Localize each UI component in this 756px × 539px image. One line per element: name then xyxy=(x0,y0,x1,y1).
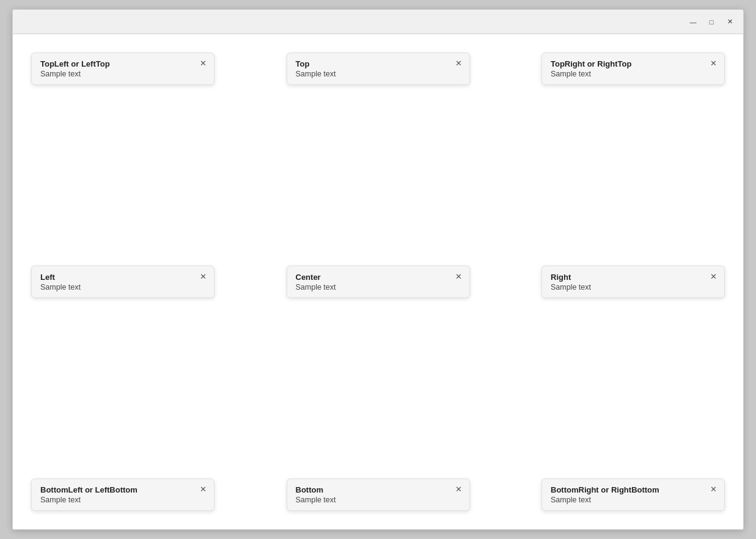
title-bar-controls: — □ ✕ xyxy=(684,15,738,29)
card-top-right-text: Sample text xyxy=(551,70,702,78)
card-bottom-close[interactable]: ✕ xyxy=(455,485,462,493)
card-center-close[interactable]: ✕ xyxy=(455,273,462,280)
close-button[interactable]: ✕ xyxy=(721,15,738,29)
card-bottom-right: BottomRight or RightBottom Sample text ✕ xyxy=(541,479,725,511)
card-right-title: Right xyxy=(551,273,702,282)
card-top-left-close[interactable]: ✕ xyxy=(200,59,207,67)
card-left-text: Sample text xyxy=(40,283,192,292)
card-top-right: TopRight or RightTop Sample text ✕ xyxy=(541,53,725,85)
card-right-close[interactable]: ✕ xyxy=(710,273,717,280)
card-bottom: Bottom Sample text ✕ xyxy=(287,479,470,511)
card-top-right-close[interactable]: ✕ xyxy=(710,59,717,67)
card-top-title: Top xyxy=(296,59,447,68)
title-bar: — □ ✕ xyxy=(13,10,743,34)
card-top-text: Sample text xyxy=(296,70,447,78)
card-bottom-title: Bottom xyxy=(296,485,447,494)
card-left: Left Sample text ✕ xyxy=(31,266,215,298)
main-window: — □ ✕ TopLeft or LeftTop Sample text ✕ T… xyxy=(12,9,744,530)
card-center-title: Center xyxy=(296,273,447,282)
maximize-button[interactable]: □ xyxy=(703,15,720,29)
card-right-text: Sample text xyxy=(551,283,702,292)
card-bottom-right-text: Sample text xyxy=(551,496,702,504)
card-left-title: Left xyxy=(40,273,192,282)
card-top: Top Sample text ✕ xyxy=(287,53,470,85)
card-bottom-left-text: Sample text xyxy=(40,496,192,504)
card-top-right-title: TopRight or RightTop xyxy=(551,59,702,68)
card-bottom-right-title: BottomRight or RightBottom xyxy=(551,485,702,494)
card-bottom-right-close[interactable]: ✕ xyxy=(710,485,717,493)
minimize-button[interactable]: — xyxy=(684,15,702,29)
card-left-close[interactable]: ✕ xyxy=(200,273,207,280)
card-top-left-title: TopLeft or LeftTop xyxy=(40,59,192,68)
card-top-close[interactable]: ✕ xyxy=(455,59,462,67)
card-bottom-text: Sample text xyxy=(296,496,447,504)
card-center-text: Sample text xyxy=(296,283,447,292)
card-right: Right Sample text ✕ xyxy=(541,266,725,298)
card-top-left-text: Sample text xyxy=(40,70,192,78)
card-bottom-left: BottomLeft or LeftBottom Sample text ✕ xyxy=(31,479,215,511)
content-area: TopLeft or LeftTop Sample text ✕ Top Sam… xyxy=(13,34,743,529)
card-top-left: TopLeft or LeftTop Sample text ✕ xyxy=(31,53,215,85)
card-bottom-left-title: BottomLeft or LeftBottom xyxy=(40,485,192,494)
card-bottom-left-close[interactable]: ✕ xyxy=(200,485,207,493)
card-center: Center Sample text ✕ xyxy=(287,266,470,298)
